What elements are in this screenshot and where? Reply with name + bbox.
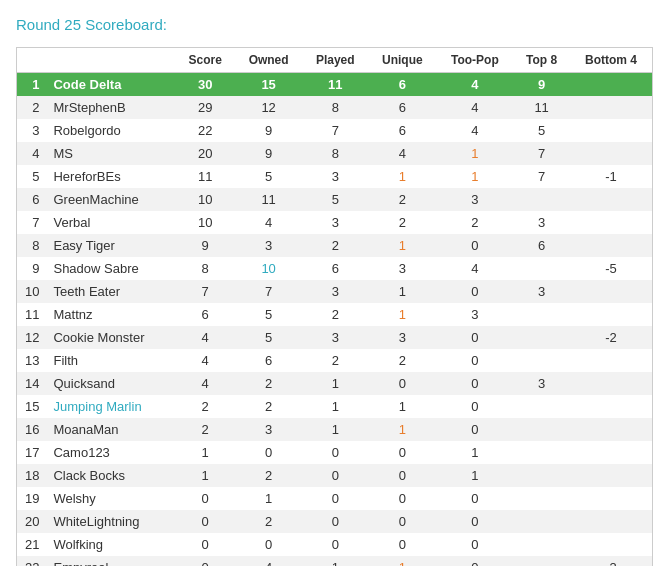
cell-bot4	[570, 211, 653, 234]
cell-top8	[513, 326, 570, 349]
cell-unique: 4	[368, 142, 436, 165]
cell-owned: 15	[235, 73, 302, 97]
cell-name: Shadow Sabre	[45, 257, 175, 280]
cell-toopop: 2	[436, 211, 513, 234]
cell-bot4: -3	[570, 556, 653, 566]
cell-rank: 15	[17, 395, 46, 418]
cell-unique: 6	[368, 119, 436, 142]
table-row: 10Teeth Eater773103	[17, 280, 653, 303]
cell-top8: 3	[513, 372, 570, 395]
cell-unique: 0	[368, 441, 436, 464]
cell-score: 1	[175, 464, 234, 487]
cell-bot4	[570, 303, 653, 326]
cell-top8	[513, 349, 570, 372]
cell-bot4	[570, 188, 653, 211]
cell-toopop: 3	[436, 188, 513, 211]
page-title: Round 25 Scoreboard:	[16, 16, 653, 33]
cell-unique: 2	[368, 211, 436, 234]
cell-rank: 7	[17, 211, 46, 234]
cell-top8: 3	[513, 280, 570, 303]
cell-owned: 9	[235, 119, 302, 142]
cell-score: 4	[175, 349, 234, 372]
cell-name: Filth	[45, 349, 175, 372]
cell-rank: 21	[17, 533, 46, 556]
cell-toopop: 0	[436, 510, 513, 533]
cell-owned: 7	[235, 280, 302, 303]
cell-played: 1	[302, 418, 368, 441]
cell-toopop: 4	[436, 119, 513, 142]
table-row: 20WhiteLightning02000	[17, 510, 653, 533]
table-row: 21Wolfking00000	[17, 533, 653, 556]
cell-bot4	[570, 510, 653, 533]
cell-name: Wolfking	[45, 533, 175, 556]
cell-owned: 4	[235, 556, 302, 566]
cell-bot4	[570, 441, 653, 464]
cell-bot4	[570, 487, 653, 510]
cell-played: 0	[302, 441, 368, 464]
cell-played: 2	[302, 234, 368, 257]
table-row: 12Cookie Monster45330-2	[17, 326, 653, 349]
scoreboard-table: Score Owned Played Unique Too-Pop Top 8 …	[16, 47, 653, 566]
cell-toopop: 1	[436, 441, 513, 464]
cell-played: 2	[302, 303, 368, 326]
cell-unique: 3	[368, 326, 436, 349]
table-row: 19Welshy01000	[17, 487, 653, 510]
cell-top8: 11	[513, 96, 570, 119]
table-row: 14Quicksand421003	[17, 372, 653, 395]
cell-played: 5	[302, 188, 368, 211]
cell-top8: 3	[513, 211, 570, 234]
cell-score: 0	[175, 487, 234, 510]
cell-played: 0	[302, 464, 368, 487]
table-row: 8Easy Tiger932106	[17, 234, 653, 257]
cell-played: 3	[302, 326, 368, 349]
cell-owned: 5	[235, 303, 302, 326]
cell-top8	[513, 487, 570, 510]
cell-bot4	[570, 119, 653, 142]
cell-bot4	[570, 395, 653, 418]
cell-name: Robelgordo	[45, 119, 175, 142]
cell-toopop: 1	[436, 464, 513, 487]
cell-played: 6	[302, 257, 368, 280]
cell-unique: 0	[368, 510, 436, 533]
cell-rank: 19	[17, 487, 46, 510]
cell-name: MS	[45, 142, 175, 165]
cell-name: Clack Bocks	[45, 464, 175, 487]
table-body: 1Code Delta3015116492MrStephenB291286411…	[17, 73, 653, 567]
cell-rank: 2	[17, 96, 46, 119]
cell-unique: 0	[368, 487, 436, 510]
col-top8: Top 8	[513, 48, 570, 73]
cell-score: 6	[175, 303, 234, 326]
cell-name: Cookie Monster	[45, 326, 175, 349]
cell-rank: 1	[17, 73, 46, 97]
table-row: 7Verbal1043223	[17, 211, 653, 234]
cell-played: 1	[302, 372, 368, 395]
cell-bot4	[570, 533, 653, 556]
cell-top8: 5	[513, 119, 570, 142]
cell-top8	[513, 303, 570, 326]
cell-toopop: 3	[436, 303, 513, 326]
cell-top8	[513, 464, 570, 487]
cell-unique: 1	[368, 280, 436, 303]
cell-owned: 1	[235, 487, 302, 510]
cell-bot4	[570, 234, 653, 257]
cell-unique: 3	[368, 257, 436, 280]
cell-name: Code Delta	[45, 73, 175, 97]
cell-played: 7	[302, 119, 368, 142]
cell-bot4	[570, 372, 653, 395]
cell-bot4	[570, 142, 653, 165]
cell-owned: 2	[235, 372, 302, 395]
cell-name: Mattnz	[45, 303, 175, 326]
cell-score: 0	[175, 556, 234, 566]
cell-toopop: 4	[436, 257, 513, 280]
cell-score: 10	[175, 211, 234, 234]
cell-top8	[513, 418, 570, 441]
cell-name: Empyreal	[45, 556, 175, 566]
cell-owned: 2	[235, 464, 302, 487]
cell-owned: 4	[235, 211, 302, 234]
cell-owned: 2	[235, 395, 302, 418]
cell-toopop: 0	[436, 487, 513, 510]
cell-score: 0	[175, 510, 234, 533]
cell-bot4: -5	[570, 257, 653, 280]
cell-score: 30	[175, 73, 234, 97]
cell-top8	[513, 395, 570, 418]
